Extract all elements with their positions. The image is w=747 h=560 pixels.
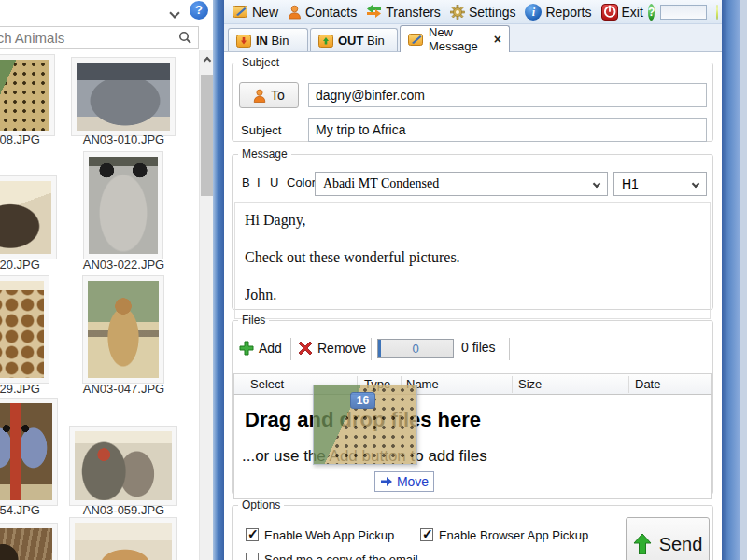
toolbar-separator (371, 338, 372, 360)
scroll-up-arrow-icon[interactable] (200, 50, 213, 69)
animal-photo (0, 281, 44, 378)
file-thumbnail[interactable] (0, 523, 58, 560)
file-thumbnail[interactable] (0, 175, 57, 259)
chevron-down-icon[interactable] (171, 4, 186, 17)
gear-icon (450, 5, 465, 20)
reports-button[interactable]: i Reports (520, 2, 596, 22)
file-label: AN03-047.JPG (70, 382, 177, 397)
close-icon[interactable]: × (494, 32, 501, 47)
drop-zone[interactable]: Drag and drop files here ...or use the A… (233, 395, 712, 499)
search-input[interactable] (0, 27, 198, 48)
options-group-legend: Options (238, 498, 284, 511)
explorer-scrollbar[interactable] (199, 50, 213, 560)
file-label: AN03-010.JPG (70, 133, 177, 147)
tab-new-message[interactable]: New Message × (400, 25, 510, 52)
scrollbar-thumb[interactable] (201, 75, 213, 196)
file-thumbnail[interactable] (0, 275, 49, 384)
column-select[interactable]: Select (250, 377, 284, 391)
search-box (0, 26, 199, 49)
drag-ghost-thumbnail: 16 (313, 385, 417, 465)
explorer-help-icon[interactable]: ? (190, 1, 208, 20)
subject-label: Subject (241, 123, 281, 137)
column-size[interactable]: Size (518, 377, 542, 391)
browser-app-pickup-checkbox[interactable] (420, 528, 433, 541)
animal-photo (75, 523, 172, 560)
underline-button[interactable]: U (270, 175, 278, 189)
color-button[interactable]: Color (287, 175, 316, 189)
remove-x-icon (298, 341, 313, 356)
screen: ? 008.JPG AN03-010.JPG 020.JPG AN03-022.… (0, 0, 747, 560)
files-table-header: Select Type Name Size Date (233, 373, 712, 395)
to-button[interactable]: To (239, 82, 299, 108)
remove-files-button[interactable]: Remove (298, 336, 366, 360)
file-thumbnail[interactable] (71, 57, 176, 136)
file-label: 029.JPG (0, 382, 70, 397)
file-label: 008.JPG (0, 133, 70, 147)
heading-select-value: H1 (622, 176, 639, 191)
message-line: Check out these wonderful pictures. (245, 249, 710, 266)
tab-out-rest: Bin (363, 34, 384, 48)
transfer-arrows-icon (366, 5, 382, 19)
contacts-button[interactable]: Contacts (283, 3, 361, 21)
tab-bar: IN Bin OUT Bin New Message × (224, 24, 722, 52)
exit-button[interactable]: Exit (597, 2, 648, 22)
status-bulb-icon (716, 5, 718, 20)
to-button-label: To (271, 88, 285, 103)
search-icon (178, 31, 192, 45)
to-field[interactable] (308, 83, 707, 107)
tab-out-bin[interactable]: OUT Bin (310, 28, 398, 52)
in-bin-icon (236, 35, 251, 48)
add-files-button[interactable]: Add (239, 336, 282, 360)
file-thumbnail[interactable] (83, 151, 163, 259)
binfer-app-window: New Contacts Transfers Settings i Report… (224, 0, 722, 560)
options-row: Enable Web App Pickup Enable Browser App… (246, 528, 588, 542)
file-thumbnail[interactable] (69, 517, 177, 560)
subject-field[interactable] (308, 118, 707, 142)
tab-in-bin[interactable]: IN Bin (228, 28, 308, 52)
send-copy-label: Send me a copy of the email (264, 553, 418, 560)
tab-in-strong: IN (256, 34, 268, 48)
heading-select[interactable]: H1 (613, 172, 707, 196)
help-icon[interactable]: ? (648, 4, 655, 21)
subject-group-legend: Subject (238, 56, 283, 69)
bold-button[interactable]: B (242, 175, 250, 189)
file-thumbnail[interactable] (0, 54, 55, 136)
drag-count-badge: 16 (350, 392, 375, 409)
transfers-button[interactable]: Transfers (361, 3, 445, 21)
move-label: Move (397, 474, 429, 489)
explorer-topbar: ? (0, 0, 213, 24)
italic-button[interactable]: I (257, 175, 261, 189)
desktop-edge (740, 0, 747, 560)
files-group: Files Add Remove 0 (232, 314, 713, 495)
file-thumbnail[interactable] (69, 426, 177, 506)
compose-icon (408, 33, 424, 47)
column-separator (628, 376, 629, 393)
plus-icon (239, 341, 254, 356)
new-button[interactable]: New (228, 3, 283, 21)
web-app-pickup-checkbox[interactable] (246, 528, 259, 541)
animal-photo (77, 63, 170, 131)
power-icon (601, 4, 618, 21)
settings-label: Settings (469, 5, 516, 20)
out-bin-icon (318, 35, 333, 48)
message-body-editor[interactable]: Hi Dagny, Check out these wonderful pict… (234, 202, 711, 319)
message-line: John. (245, 287, 710, 303)
animal-photo (0, 60, 49, 131)
transfer-progressbar: 0 (377, 339, 454, 358)
file-thumbnail[interactable] (82, 275, 164, 384)
files-toolbar: Add Remove 0 0 files (233, 336, 712, 364)
status-field[interactable] (660, 5, 707, 20)
animal-photo (88, 281, 159, 378)
font-select-value: Abadi MT Condensed (323, 176, 439, 191)
animal-photo (75, 431, 172, 500)
column-date[interactable]: Date (635, 377, 660, 391)
font-select[interactable]: Abadi MT Condensed (315, 172, 608, 196)
browser-app-pickup-label: Enable Browser App Pickup (439, 528, 588, 542)
settings-button[interactable]: Settings (445, 3, 521, 21)
message-group: Message B I U Color Abadi MT Condensed H… (232, 147, 713, 310)
compose-panel: Subject To Subject Message B I U Color A… (224, 51, 722, 560)
file-thumbnail[interactable] (0, 398, 58, 506)
send-copy-checkbox[interactable] (246, 553, 259, 560)
send-label: Send (659, 534, 703, 555)
send-button[interactable]: Send (626, 517, 710, 560)
